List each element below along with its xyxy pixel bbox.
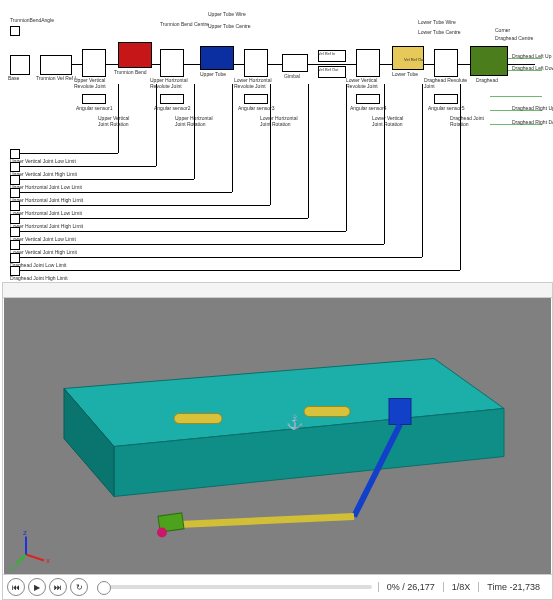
label-velrefin: Vel Ref In [318,52,335,56]
sensor3[interactable] [244,94,268,104]
wire [20,270,460,271]
block-diagram: Base Trunnion Vel Ref I... Upper Vertica… [0,0,553,280]
label-sensor4: Angular sensor4 [350,106,386,112]
label-dr-rot: Draghead Joint Rotation [450,116,490,127]
play-icon: ▶ [34,583,40,592]
svg-line-5 [26,555,44,561]
input-port[interactable]: Upper Horizontal Joint High Limit [10,198,83,204]
wire [156,84,157,166]
input-port[interactable]: TrunnionBendAngle [10,18,54,24]
label-base: Base [8,76,19,82]
input-port[interactable]: Upper Vertical Joint High Limit [10,172,77,178]
label-lv-rot: Lower Vertical Joint Rotation [372,116,412,127]
viewer-toolbar[interactable] [3,283,552,298]
label-dr-lu: Draghead Left Up Corner [512,54,553,60]
label-sensor5: Angular sensor5 [428,106,464,112]
wire [118,84,119,153]
sensor4[interactable] [356,94,380,104]
port-icon [10,26,20,36]
block-base[interactable] [10,55,30,75]
label-velrefout: Vel Ref Out [318,68,338,72]
blue-box [389,399,411,425]
input-port[interactable]: Upper Horizontal Joint Low Limit [10,185,82,191]
wire [232,84,233,192]
label-lv-joint: Lower Vertical Revolute Joint [346,78,394,89]
block-draghead[interactable] [470,46,508,76]
label-tb-centre-port: Trunnion Bend Centre [160,22,209,28]
slider-knob[interactable] [97,581,111,595]
svg-text:z: z [23,528,27,537]
label-upper-tube: Upper Tube [200,72,226,78]
label-dr-ld: Draghead Left Down Corner [512,66,553,72]
wire [20,218,308,219]
label-corner: Corner [495,28,510,34]
deck-cylinder-1 [174,414,222,424]
svg-line-6 [16,555,26,565]
axis-triad: x y z [10,528,50,571]
wire [422,84,423,257]
svg-rect-3 [174,414,222,424]
viewer-stage[interactable]: ⚓ x y z [4,298,551,575]
deck-cylinder-2 [304,407,350,417]
wire [346,84,347,231]
rewind-button[interactable]: ⏮ [7,578,25,596]
ffwd-button[interactable]: ⏭ [49,578,67,596]
sensor1[interactable] [82,94,106,104]
sensor5[interactable] [434,94,458,104]
block-upper-tube[interactable] [200,46,234,70]
draghead-wheel [157,528,167,538]
label-draghead-joint: Draghead Revolute Joint [424,78,474,89]
label-lt-centre: Lower Tube Centre [418,30,461,36]
svg-text:y: y [10,562,14,571]
block-trunnion-bend[interactable] [118,42,152,68]
input-port[interactable]: Lower Horizontal Joint Low Limit [10,211,82,217]
block-gimbal[interactable] [282,54,308,72]
block-lv-joint[interactable] [356,49,380,77]
label-sensor3: Angular sensor3 [238,106,274,112]
wire [194,84,195,179]
wire [20,244,384,245]
label-lh-joint: Lower Horizontal Revolute Joint [234,78,282,89]
label-sensor2: Angular sensor2 [154,106,190,112]
wire [20,153,118,154]
label-lower-tube: Lower Tube [392,72,418,78]
frame-total: 26,177 [407,582,435,592]
input-port[interactable]: Lower Horizontal Joint High Limit [10,224,83,230]
block-uv-joint[interactable] [82,49,106,77]
wire [384,84,385,244]
label-ut-centre: Upper Tube Centre [208,24,251,30]
input-port[interactable]: Draghead Joint High Limit [10,276,68,282]
wire [20,192,232,193]
label-draghead: Draghead [476,78,498,84]
wire [20,257,422,258]
frame-slider[interactable] [97,585,372,589]
speed-readout[interactable]: 1/8X [443,582,479,592]
label-uv-joint: Upper Vertical Revolute Joint [74,78,118,89]
block-trunnion-vel[interactable] [40,55,72,75]
frame-readout: 0% / 26,177 [378,582,443,592]
wire [20,166,156,167]
block-lh-joint[interactable] [244,49,268,77]
sensor2[interactable] [160,94,184,104]
time-value: -21,738 [509,582,540,592]
block-uh-joint[interactable] [160,49,184,77]
wire [490,96,542,97]
wire [308,84,309,218]
loop-button[interactable]: ↻ [70,578,88,596]
label-gimbal: Gimbal [284,74,300,80]
wire [270,84,271,205]
wire [20,179,194,180]
label-uh-rot: Upper Horizontal Joint Rotation [175,116,219,127]
input-port[interactable]: Lower Vertical Joint High Limit [10,250,77,256]
rewind-icon: ⏮ [12,583,20,592]
time-readout: Time -21,738 [478,582,548,592]
label-dr-rd: Draghead Right Down Corner [512,120,553,126]
hull [64,359,504,497]
anchor-icon: ⚓ [286,414,304,431]
time-label: Time [487,582,507,592]
label-uh-joint: Upper Horizontal Revolute Joint [150,78,198,89]
block-draghead-joint[interactable] [434,49,458,77]
scene-svg: ⚓ x y z [4,298,551,575]
play-button[interactable]: ▶ [28,578,46,596]
label-ut-wire: Upper Tube Wire [208,12,246,18]
